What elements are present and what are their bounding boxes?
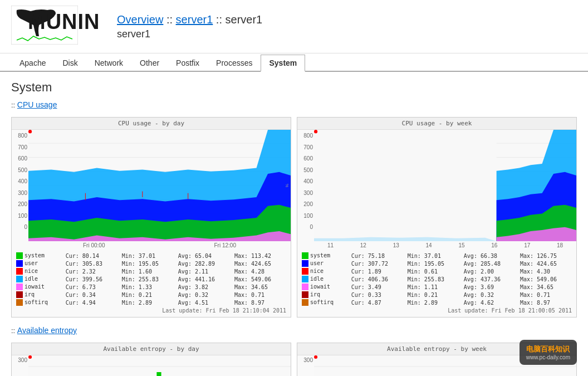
cpu-day-chart: CPU usage - by day 800700600500400300200… [11, 117, 291, 318]
cpu-week-area [314, 130, 576, 241]
svg-point-42 [314, 355, 317, 359]
title-area: Overview :: server1 :: server1 server1 [117, 13, 262, 40]
entropy-charts-row: Available entropy - by day 300 250 [11, 343, 577, 376]
overview-link[interactable]: Overview [117, 13, 163, 26]
cpu-week-title: CPU usage - by week [297, 118, 576, 130]
cpu-day-yaxis: 8007006005004003002001000 [12, 130, 28, 241]
main-content: System :: CPU usage CPU usage - by day 8… [0, 72, 588, 376]
cpu-day-body: 8007006005004003002001000 [12, 130, 291, 241]
cpu-week-chart: CPU usage - by week 80070060050040030020… [297, 117, 577, 318]
cpu-day-xaxis: Fri 00:00 Fri 12:00 [12, 241, 291, 250]
subtitle: server1 [117, 28, 262, 40]
cpu-day-legend: system Cur: 80.14Min: 37.01Avg: 65.04Max… [12, 250, 291, 317]
cpu-week-last-update: Last update: Fri Feb 18 21:00:05 2011 [300, 306, 574, 315]
header: MUNIN Overview :: server1 :: server1 ser… [0, 0, 588, 53]
watermark-line2: www.pc-daily.com [526, 354, 570, 360]
watermark: 电脑百科知识 www.pc-daily.com [520, 340, 577, 365]
cpu-day-area: % [28, 130, 291, 241]
svg-rect-36 [156, 372, 161, 376]
server1-link[interactable]: server1 [176, 13, 213, 26]
watermark-line1: 电脑百科知识 [526, 344, 570, 354]
tab-processes[interactable]: Processes [208, 55, 261, 72]
entropy-week-yaxis: 300 250 [297, 355, 314, 376]
tab-system[interactable]: System [261, 55, 305, 72]
cpu-day-title: CPU usage - by day [12, 118, 291, 130]
tab-network[interactable]: Network [86, 55, 131, 72]
svg-point-37 [28, 355, 32, 359]
logo: MUNIN [11, 6, 100, 47]
tab-postfix[interactable]: Postfix [168, 55, 208, 72]
cpu-day-rotated-label: % [283, 130, 291, 241]
entropy-day-chart: Available entropy - by day 300 250 [11, 343, 291, 376]
cpu-usage-link[interactable]: CPU usage [17, 100, 57, 109]
nav-tabs: Apache Disk Network Other Postfix Proces… [0, 53, 588, 72]
cpu-week-yaxis: 8007006005004003002001000 [297, 130, 314, 241]
entropy-day-yaxis: 300 250 [12, 355, 28, 376]
tab-apache[interactable]: Apache [11, 55, 54, 72]
svg-point-16 [28, 130, 32, 133]
entropy-day-title: Available entropy - by day [12, 343, 291, 355]
svg-rect-25 [314, 130, 497, 241]
svg-point-31 [314, 130, 317, 133]
breadcrumb: Overview :: server1 :: server1 [117, 13, 262, 26]
cpu-week-xaxis: 1112131415161718 [297, 241, 576, 250]
page-title: System [11, 80, 577, 95]
entropy-day-area [28, 355, 291, 376]
tab-disk[interactable]: Disk [54, 55, 86, 72]
cpu-charts-row: CPU usage - by day 800700600500400300200… [11, 117, 577, 318]
cpu-week-legend: system Cur: 75.18Min: 37.01Avg: 66.38Max… [297, 250, 576, 317]
cpu-day-last-update: Last update: Fri Feb 18 21:10:04 2011 [14, 306, 288, 315]
entropy-day-body: 300 250 [12, 355, 291, 376]
entropy-link[interactable]: Available entropy [17, 326, 77, 335]
tab-other[interactable]: Other [131, 55, 168, 72]
cpu-week-body: 8007006005004003002001000 [297, 130, 576, 241]
